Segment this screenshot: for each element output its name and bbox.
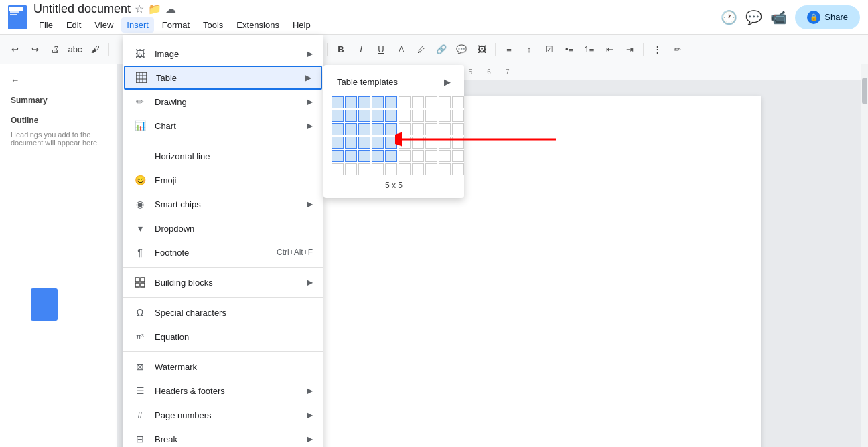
grid-cell[interactable] (358, 137, 370, 149)
grid-cell[interactable] (425, 137, 437, 149)
menu-help[interactable]: Help (287, 17, 316, 33)
menu-format[interactable]: Format (157, 17, 195, 33)
bullet-list-button[interactable]: •≡ (560, 40, 579, 59)
grid-cell[interactable] (332, 110, 344, 122)
grid-cell[interactable] (332, 163, 344, 175)
video-icon[interactable]: 📹 (770, 9, 787, 25)
menu-item-emoji[interactable]: 😊 Emoji (123, 168, 323, 192)
folder-icon[interactable]: 📁 (148, 3, 161, 15)
menu-insert[interactable]: Insert (121, 17, 154, 33)
grid-cell[interactable] (399, 150, 411, 162)
grid-cell[interactable] (425, 123, 437, 135)
grid-cell[interactable] (358, 123, 370, 135)
grid-cell[interactable] (345, 110, 357, 122)
comment-toolbar-button[interactable]: 💬 (452, 40, 471, 59)
grid-cell[interactable] (452, 150, 464, 162)
grid-cell[interactable] (332, 137, 344, 149)
italic-button[interactable]: I (352, 40, 370, 59)
menu-item-hline[interactable]: — Horizontal line (123, 144, 323, 168)
grid-cell[interactable] (372, 96, 384, 108)
menu-extensions[interactable]: Extensions (231, 17, 285, 33)
grid-cell[interactable] (439, 96, 451, 108)
indent-increase-button[interactable]: ⇥ (620, 40, 639, 59)
grid-cell[interactable] (412, 137, 424, 149)
image-toolbar-button[interactable]: 🖼 (472, 40, 491, 59)
line-spacing-button[interactable]: ↕ (520, 40, 538, 59)
grid-cell[interactable] (412, 163, 424, 175)
grid-cell[interactable] (425, 163, 437, 175)
grid-cell[interactable] (452, 123, 464, 135)
menu-item-specialchars[interactable]: Ω Special characters (123, 300, 323, 325)
checklist-button[interactable]: ☑ (540, 40, 559, 59)
grid-cell[interactable] (425, 110, 437, 122)
menu-item-equation[interactable]: π³ Equation (123, 325, 323, 349)
highlight-button[interactable]: 🖊 (412, 40, 431, 59)
grid-cell[interactable] (385, 123, 397, 135)
grid-cell[interactable] (439, 150, 451, 162)
grid-cell[interactable] (399, 96, 411, 108)
grid-cell[interactable] (345, 150, 357, 162)
menu-edit[interactable]: Edit (61, 17, 86, 33)
grid-cell[interactable] (332, 96, 344, 108)
grid-cell[interactable] (399, 123, 411, 135)
menu-item-footnote[interactable]: ¶ Footnote Ctrl+Alt+F (123, 240, 323, 264)
scrollbar-track[interactable] (861, 64, 868, 447)
numbered-list-button[interactable]: 1≡ (580, 40, 599, 59)
grid-cell[interactable] (452, 137, 464, 149)
grid-cell[interactable] (385, 150, 397, 162)
grid-cell[interactable] (345, 137, 357, 149)
table-templates-row[interactable]: Table templates ▶ (332, 73, 456, 91)
scrollbar-thumb[interactable] (862, 78, 867, 104)
menu-item-break[interactable]: ⊟ Break ▶ (123, 427, 323, 447)
grid-cell[interactable] (412, 96, 424, 108)
grid-cell[interactable] (385, 163, 397, 175)
grid-cell[interactable] (439, 163, 451, 175)
grid-cell[interactable] (412, 110, 424, 122)
grid-cell[interactable] (452, 163, 464, 175)
undo-button[interactable]: ↩ (5, 40, 24, 59)
grid-cell[interactable] (385, 96, 397, 108)
align-button[interactable]: ≡ (500, 40, 518, 59)
sidebar-back-button[interactable]: ← (11, 75, 106, 85)
grid-cell[interactable] (385, 110, 397, 122)
menu-item-headers[interactable]: ☰ Headers & footers ▶ (123, 379, 323, 403)
menu-view[interactable]: View (89, 17, 119, 33)
more-button[interactable]: ⋮ (648, 40, 666, 59)
grid-cell[interactable] (452, 110, 464, 122)
star-icon[interactable]: ☆ (135, 3, 144, 15)
grid-cell[interactable] (439, 137, 451, 149)
grid-cell[interactable] (372, 150, 384, 162)
grid-cell[interactable] (372, 137, 384, 149)
grid-cell[interactable] (372, 123, 384, 135)
grid-cell[interactable] (332, 123, 344, 135)
text-color-button[interactable]: A (392, 40, 411, 59)
underline-button[interactable]: U (372, 40, 390, 59)
grid-cell[interactable] (439, 110, 451, 122)
pen-button[interactable]: ✏ (668, 40, 686, 59)
menu-item-table[interactable]: Table ▶ (124, 66, 322, 90)
comment-icon[interactable]: 💬 (745, 9, 762, 25)
grid-cell[interactable] (372, 163, 384, 175)
cloud-icon[interactable]: ☁ (165, 3, 176, 15)
grid-cell[interactable] (385, 137, 397, 149)
share-button[interactable]: 🔒 Share (795, 5, 860, 29)
doc-title[interactable]: Untitled document (33, 2, 131, 16)
bold-button[interactable]: B (332, 40, 350, 59)
menu-item-image[interactable]: 🖼 Image ▶ (123, 41, 323, 66)
grid-cell[interactable] (358, 110, 370, 122)
grid-cell[interactable] (399, 163, 411, 175)
menu-item-chart[interactable]: 📊 Chart ▶ (123, 114, 323, 138)
link-button[interactable]: 🔗 (432, 40, 451, 59)
menu-item-pagenumbers[interactable]: # Page numbers ▶ (123, 403, 323, 427)
history-icon[interactable]: 🕐 (721, 9, 737, 25)
menu-item-smartchips[interactable]: ◉ Smart chips ▶ (123, 192, 323, 216)
menu-item-buildingblocks[interactable]: Building blocks ▶ (123, 270, 323, 294)
redo-button[interactable]: ↪ (25, 40, 44, 59)
menu-tools[interactable]: Tools (198, 17, 228, 33)
grid-cell[interactable] (412, 150, 424, 162)
spellcheck-button[interactable]: abc (66, 40, 84, 59)
paint-format-button[interactable]: 🖌 (86, 40, 104, 59)
grid-cell[interactable] (358, 150, 370, 162)
table-grid[interactable] (332, 96, 456, 175)
menu-item-dropdown[interactable]: ▾ Dropdown (123, 216, 323, 240)
